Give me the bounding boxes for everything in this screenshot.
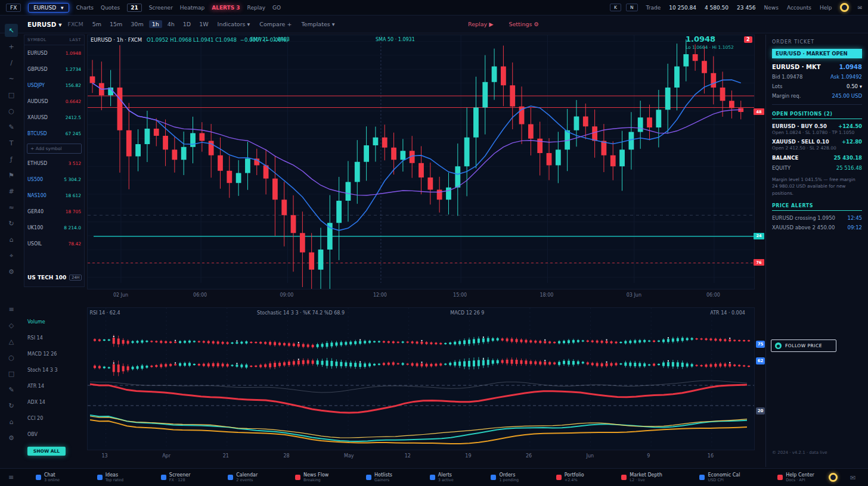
indicator-title[interactable]: Stochastic 14 3 3 · %K 74.2 %D 68.9 [257, 310, 345, 316]
position-row[interactable]: XAUUSD · SELL 0.10+12.80 [772, 139, 862, 145]
fib-tool-icon[interactable]: ƒ [5, 152, 18, 166]
topbar-item[interactable]: Charts [76, 5, 94, 11]
active-symbol[interactable]: EURUSD ▾ [27, 21, 62, 28]
timeframe-button[interactable]: 1h [149, 20, 162, 28]
indicator-list-item[interactable]: CCI 20 [27, 416, 43, 421]
watchlist-row[interactable]: GBPUSD1.2734 [24, 61, 84, 77]
watchlist-row[interactable]: EURUSD1.0948 [24, 45, 84, 61]
brand-logo-icon[interactable] [840, 3, 849, 12]
cursor-tool-icon[interactable]: ↖ [5, 24, 18, 37]
crosshair-tool-icon[interactable]: + [5, 40, 18, 53]
footer-item[interactable]: Market DepthL2 · live [621, 472, 662, 482]
footer-item[interactable]: Economic CalUSD CPI [699, 472, 740, 482]
main-chart-area[interactable] [87, 35, 755, 289]
axis-badge[interactable]: 20 [756, 407, 765, 415]
candlestick-chart[interactable] [88, 35, 754, 289]
text-tool-icon[interactable]: T [5, 136, 18, 149]
timeframe-button[interactable]: 30m [128, 20, 146, 28]
list-tool-icon[interactable]: ≡ [5, 303, 18, 316]
toolbar-right-button[interactable]: Settings ⚙ [509, 21, 539, 27]
draw-tool-icon[interactable]: ✎ [5, 120, 18, 133]
triangle-tool-icon[interactable]: △ [5, 335, 18, 348]
indicator-list-item[interactable]: ADX 14 [27, 400, 45, 405]
wave-tool-icon[interactable]: ≈ [5, 201, 18, 214]
edit-tool-icon[interactable]: ✎ [5, 383, 18, 396]
indicator-list-item[interactable]: OBV [27, 432, 38, 437]
toolbar-button[interactable]: Indicators ▾ [218, 21, 250, 27]
circle-tool-icon[interactable]: ○ [5, 351, 18, 364]
show-all-button[interactable]: SHOW ALL [27, 447, 66, 456]
indicator-list-item[interactable]: Volume [27, 319, 45, 325]
indicator-panels-area[interactable] [87, 307, 755, 450]
trendline-tool-icon[interactable]: / [5, 56, 18, 69]
watchlist-row[interactable]: AUDUSD0.6642 [24, 94, 84, 110]
rectangle-tool-icon[interactable]: □ [5, 88, 18, 101]
indicator-title[interactable]: MACD 12 26 9 [450, 310, 484, 316]
watchlist-row[interactable]: USOIL78.42 [24, 236, 84, 252]
footer-item[interactable]: ScreenerFX · 128 [161, 472, 191, 482]
square-tool-icon[interactable]: □ [5, 367, 18, 380]
ellipse-tool-icon[interactable]: ○ [5, 104, 18, 117]
topbar-right-item[interactable]: 4 580.50 [705, 5, 728, 11]
footer-item[interactable]: Alerts3 active [430, 472, 454, 482]
indicator-title[interactable]: RSI 14 · 62.4 [89, 310, 120, 316]
topbar-right-item[interactable]: Help [820, 5, 832, 11]
topbar-item[interactable]: Replay [247, 5, 265, 11]
watchlist-row[interactable]: BTCUSD67 245 [24, 126, 84, 142]
watchlist-row[interactable]: UK1008 214.0 [24, 220, 84, 236]
legend-symbol[interactable]: EURUSD · 1h · FXCM [91, 37, 142, 43]
footer-item[interactable]: Chat3 online [36, 472, 60, 482]
timeframe-button[interactable]: 1D [180, 20, 194, 28]
target-tool-icon[interactable]: ⌖ [5, 249, 18, 262]
timeframe-button[interactable]: 5m [89, 20, 104, 28]
watchlist-row[interactable]: ETHUSD3 512 [24, 155, 84, 172]
house-tool-icon[interactable]: ⌂ [5, 415, 18, 428]
price-axis[interactable]: 482476 [754, 35, 765, 289]
indicator-list-item[interactable]: ATR 14 [27, 384, 44, 389]
topbar-right-item[interactable]: 10 250.84 [669, 5, 696, 11]
prefs-tool-icon[interactable]: ⚙ [5, 431, 18, 444]
topbar-right-item[interactable]: Trade [646, 5, 661, 11]
watchlist-row[interactable]: XAUUSD2412.5 [24, 110, 84, 126]
follow-price-button[interactable]: ● FOLLOW PRICE [771, 339, 836, 352]
refresh-tool-icon[interactable]: ↻ [5, 217, 18, 230]
footer-item[interactable]: Help CenterDocs · API [777, 472, 814, 482]
timeframe-button[interactable]: 4h [165, 20, 178, 28]
watchlist-row[interactable]: GER4018 705 [24, 204, 84, 220]
topbar-item[interactable]: Quotes [101, 5, 120, 11]
shortcut-key[interactable]: K [610, 4, 621, 11]
footer-item[interactable]: Calendar2 events [228, 472, 258, 482]
timeframe-button[interactable]: 15m [107, 20, 125, 28]
shortcut-key[interactable]: N [626, 4, 638, 11]
toolbar-right-button[interactable]: Replay ▶ [468, 21, 493, 27]
topbar-item[interactable]: Heatmap [180, 5, 204, 11]
indicator-title[interactable]: ATR 14 · 0.004 [710, 310, 745, 316]
indicator-list-item[interactable]: Stoch 14 3 3 [27, 367, 58, 373]
indicator-list-item[interactable]: MACD 12 26 [27, 351, 57, 357]
market-mode-box[interactable]: FX [6, 4, 21, 12]
brand-logo-icon-bottom[interactable] [829, 473, 838, 482]
toolbar-button[interactable]: Compare + [259, 21, 292, 27]
market-status-bar[interactable]: EUR/USD · MARKET OPEN [772, 49, 862, 58]
axis-badge[interactable]: 75 [756, 341, 765, 348]
topbar-item[interactable]: GO [272, 5, 281, 11]
topbar-item[interactable]: Screener [149, 5, 173, 11]
add-symbol-input[interactable]: + Add symbol [27, 144, 82, 154]
topbar-right-item[interactable]: News [764, 5, 779, 11]
timeframe-badge[interactable]: 21 [127, 4, 142, 12]
overlay-label-sma[interactable]: SMA 50 · 1.0931 [376, 37, 415, 42]
mail-icon-bottom[interactable]: ✉ [850, 474, 855, 482]
footer-item[interactable]: Portfolio+2.4% [556, 472, 584, 482]
symbol-search-input[interactable]: EURUSD ▾ [28, 3, 69, 13]
curve-tool-icon[interactable]: ~ [5, 72, 18, 85]
indicator-charts[interactable] [88, 308, 754, 450]
footer-item[interactable]: HotlistsGainers [366, 472, 392, 482]
topbar-right-item[interactable]: 23 456 [737, 5, 756, 11]
topbar-right-item[interactable]: Accounts [787, 5, 811, 11]
watchlist-row[interactable]: NAS10018 612 [24, 188, 84, 204]
watchlist-footer[interactable]: US TECH 100 24H [27, 275, 82, 281]
flag-tool-icon[interactable]: ⚑ [5, 169, 18, 182]
alerts-hot-item[interactable]: ALERTS 3 [212, 5, 240, 11]
home-tool-icon[interactable]: ⌂ [5, 233, 18, 246]
sync-tool-icon[interactable]: ↻ [5, 399, 18, 412]
